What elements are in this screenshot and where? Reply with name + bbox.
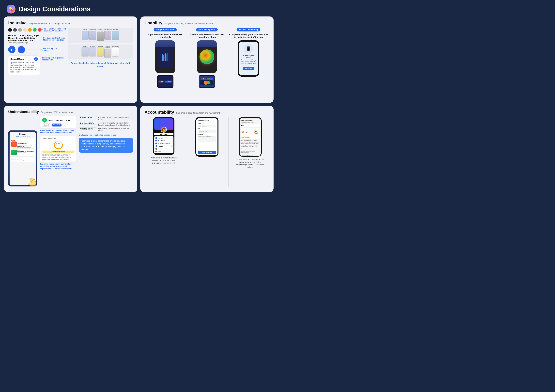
inclusive-right: Normal Protanopia Achro-matopsia Deutera… xyxy=(68,28,133,98)
account-caption2: Include information disclaimers to remin… xyxy=(235,158,265,169)
scan-result: ✕ Drug 📷 Camera xyxy=(158,76,173,87)
menu-icon-logout xyxy=(155,151,157,152)
menu-item-provider[interactable]: My Healthcare Provider xyxy=(155,142,173,144)
page-title: Design Considerations xyxy=(18,5,90,13)
typo-h1: Header 1, Inter, Bold, 22px xyxy=(8,34,41,37)
menu-item-logout[interactable]: Logout xyxy=(155,150,173,153)
speaker-icon[interactable]: 🔊 xyxy=(34,57,38,61)
account-col-profile: 👩 Liz Cooper Edit Profile My Collections xyxy=(145,117,183,187)
app-logo: 💊 xyxy=(7,5,15,14)
tab-video[interactable]: Video xyxy=(20,136,23,137)
egg-item: Egg xyxy=(241,124,260,128)
quiz-label: ★ Question of the day xyxy=(11,157,34,158)
inclusive-subtitle: EasyMed empowers and engages everyone xyxy=(29,22,70,25)
contact-provider-button[interactable]: Contact my provider > xyxy=(241,154,260,156)
article-card: NEW Food Interaction Five Dangerous Food… xyxy=(11,138,35,149)
quiz-sub: A pharmacy that is uses multiple xyxy=(11,161,34,162)
vision-yellowing: Yellowing xyxy=(97,45,104,58)
symptom-diarrhoea-badge: Diarrhoea (17.6%) xyxy=(79,122,97,125)
accountability-card: Accountability EasyMed is open to feedba… xyxy=(140,106,274,192)
menu-item-collections[interactable]: My Collections xyxy=(155,140,173,142)
feedback-content-placeholder: What do you want to tell us? xyxy=(198,136,213,137)
menu-label-feedback: Feedback xyxy=(158,146,163,147)
svg-text:42%: 42% xyxy=(255,131,257,132)
contrast-label: Color Contrast Ratio > 7:1(WCAG AAA Stan… xyxy=(44,28,67,32)
cancel-button[interactable]: Cancel xyxy=(42,123,51,127)
menu-item-edit[interactable]: Edit Profile xyxy=(155,137,173,139)
menu-item-settings[interactable]: Settings xyxy=(155,148,173,150)
pause-button[interactable]: ⏸ xyxy=(18,46,25,53)
egg-emoji: 🥚 xyxy=(241,130,245,134)
account-content: 👩 Liz Cooper Edit Profile My Collections xyxy=(145,117,270,187)
food-int-screen: Food Interactions Increase the risk of t… xyxy=(240,118,261,155)
vision-images-bottom: Blurred Ghosting Yellowing Loss of Contr… xyxy=(68,44,133,59)
underst-middle: ✓ Successfully added to list! Cancel Vie… xyxy=(40,116,77,186)
egg-lipitor-header: 🥚 Egg + Lipitor 42% xyxy=(241,129,259,135)
food-int-subtitle: Increase the risk of toxicity. xyxy=(241,122,260,123)
inclusive-title-row: Inclusive EasyMed empowers and engages e… xyxy=(8,21,133,26)
label-interaction: Improved transparency by including possi… xyxy=(40,163,77,170)
gu-header: General Usage 🔊 xyxy=(10,57,38,61)
barcode-phone xyxy=(155,40,175,73)
feature-desc-onboard: Comprehensively guide users on how to ma… xyxy=(229,33,268,39)
food-tag2: 🍎 Food xyxy=(207,78,213,80)
menu-label-collections: My Collections xyxy=(158,140,165,141)
dot-gray xyxy=(13,28,17,32)
play-button[interactable]: ▶ xyxy=(8,46,15,53)
gu-text: Tylenol is a widely used over-the-counte… xyxy=(10,62,38,73)
vision-bright-light: Bright Light xyxy=(112,45,119,58)
menu-icon-collections xyxy=(155,140,157,142)
camera-tag: 📷 Camera xyxy=(165,80,172,83)
feedback-phone: Send feedback Email Enter your Email Tit… xyxy=(195,117,219,157)
possibility-circle: 67% Possibility xyxy=(53,140,63,150)
explore-tabs: Article Video News Facts xyxy=(11,136,35,137)
tab-facts[interactable]: Facts xyxy=(27,136,29,137)
food-int-title: Food Interactions xyxy=(241,119,260,121)
onboard-phone: 📱 Scan your first drug! Thank you for re… xyxy=(238,40,259,77)
dot-black xyxy=(8,28,12,32)
view-list-button[interactable]: View List xyxy=(52,123,61,127)
drug-tag2: ✕ Drug xyxy=(201,78,206,80)
feedback-content-input[interactable]: What do you want to tell us? xyxy=(198,135,216,142)
tab-article[interactable]: Article xyxy=(16,136,19,137)
underst-right: Nausea (28.8%) A feeling of sickness wit… xyxy=(79,116,133,186)
symptom-vomiting: Vomiting (16.8%) Eject matter from the s… xyxy=(79,128,133,132)
send-feedback-button[interactable]: Send Feedback xyxy=(198,151,216,154)
vision-achroma: Achro-matopsia xyxy=(97,29,104,41)
scan-tags: ✕ Drug 📷 Camera xyxy=(159,80,172,83)
feedback-title-input[interactable]: Title of your message xyxy=(198,130,216,133)
ib-desc: Using acetaminophen together with busulf… xyxy=(42,153,74,160)
gauge-svg: 42% xyxy=(254,129,259,134)
page-header: 💊 Design Considerations xyxy=(0,0,278,16)
menu-item-feedback[interactable]: Feedback 3 xyxy=(155,145,173,147)
onboard-body-text: Thank you for registering! Next, please … xyxy=(241,59,256,66)
interaction-box: Tylenol + Busulfan 67% Possibility xyxy=(40,136,77,162)
symptom-nausea-desc: A feeling of sickness with an inclinatio… xyxy=(98,116,133,121)
feedback-email-input[interactable]: Enter your Email xyxy=(198,125,216,127)
quiz-card: ★ Question of the day Question of the da… xyxy=(11,157,35,162)
symptom-diarrhoea-desc: A condition in which faeces are discharg… xyxy=(98,122,133,126)
cta-buttons: ▶ ⏸ xyxy=(8,46,25,53)
usability-col-barcode: Drug Barcode Scan Input complex medicati… xyxy=(145,28,186,98)
feature-desc-barcode: Input complex medication names effortles… xyxy=(146,33,185,39)
feedback-form-screen: Send feedback Email Enter your Email Tit… xyxy=(196,118,218,155)
disclaimer-text: Use results as a reference. Discuss medi… xyxy=(241,150,260,153)
inclusive-content: ▶ Color Contrast Ratio > 7:1(WCAG AAA St… xyxy=(8,28,133,98)
underst-subtitle: EasyMed is 100% understandable xyxy=(41,111,73,114)
feedback-email-label: Email xyxy=(198,122,216,124)
vision-loss-contrast: Loss of Contrast xyxy=(104,45,111,58)
symptom-badge-wrap2: Diarrhoea (17.6%) xyxy=(79,122,97,125)
underst-title: Understandability xyxy=(8,110,39,114)
dot-wheat xyxy=(23,28,27,32)
confirm-box: ✓ Successfully added to list! Cancel Vie… xyxy=(40,116,77,128)
feature-badge-barcode: Drug Barcode Scan xyxy=(154,28,177,31)
food-visual xyxy=(199,50,214,64)
account-caption1: Allow users to provide feedback to furth… xyxy=(151,157,177,164)
dot-green xyxy=(33,28,37,32)
tab-news[interactable]: News xyxy=(23,136,26,137)
blue-info-box: Users can explore personalized articles … xyxy=(79,138,133,153)
egg-lipitor-item: 🥚 Egg + Lipitor 42% xyxy=(241,128,260,139)
ib-drugs: Tylenol + Busulfan xyxy=(42,137,56,139)
lets-go-button[interactable]: Let's Go! xyxy=(243,67,255,70)
inclusive-title: Inclusive xyxy=(8,21,27,26)
